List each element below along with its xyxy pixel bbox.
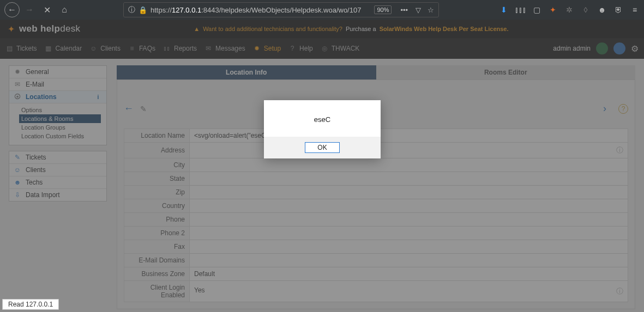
help-circle-icon[interactable]: ? — [618, 104, 628, 114]
stop-button[interactable]: ✕ — [39, 2, 55, 17]
tickets-icon: ▤ — [5, 45, 13, 52]
nav-thwack[interactable]: ◎THWACK — [321, 45, 360, 52]
tab-rooms-editor[interactable]: Rooms Editor — [376, 65, 636, 79]
info-icon[interactable]: ⓘ — [616, 145, 623, 155]
extension2-icon[interactable]: ✲ — [564, 5, 574, 15]
calendar-icon: ▦ — [45, 45, 52, 52]
mail-icon: ✉ — [14, 81, 21, 88]
form-row: Country — [124, 199, 628, 213]
lock-icon: 🔒 — [139, 6, 147, 14]
form-label: Client Login Enabled — [124, 281, 190, 302]
clients-icon: ☺ — [14, 166, 21, 174]
form-label: Phone — [124, 213, 190, 227]
sidebar-item-techs[interactable]: ☻Techs — [9, 176, 106, 189]
alert-ok-button[interactable]: OK — [305, 142, 339, 153]
zoom-level[interactable]: 90% — [374, 5, 392, 14]
sidebar-sub-location-custom-fields[interactable]: Location Custom Fields — [19, 132, 101, 140]
nav-help[interactable]: ?Help — [288, 45, 313, 52]
nav-messages[interactable]: ✉Messages — [204, 45, 245, 52]
form-label: State — [124, 172, 190, 186]
techs-icon: ☻ — [14, 179, 21, 186]
username-label: admin admin — [553, 45, 591, 52]
next-arrow-icon[interactable]: › — [603, 103, 606, 114]
sidebar-item-locations[interactable]: ⦿Locationsi — [9, 91, 106, 103]
messages-icon: ✉ — [204, 45, 212, 52]
gear-icon: ✹ — [14, 68, 21, 76]
import-icon: ⇩ — [14, 191, 21, 199]
form-row: City — [124, 158, 628, 172]
form-value — [190, 254, 628, 267]
faqs-icon: ≡ — [128, 45, 136, 52]
browser-toolbar: ← → ✕ ⌂ ⓘ 🔒 https://127.0.0.1:8443/helpd… — [0, 0, 644, 20]
library-icon[interactable]: ⫿⫿⫿ — [515, 5, 525, 15]
form-row: State — [124, 172, 628, 186]
gear-icon[interactable]: ⚙ — [631, 44, 639, 54]
warning-icon: ▲ — [194, 26, 200, 32]
back-arrow-icon[interactable]: ← — [124, 103, 134, 114]
form-row: Phone — [124, 213, 628, 227]
sidebar-item-email[interactable]: ✉E-Mail — [9, 78, 106, 91]
info-icon[interactable]: ⓘ — [616, 286, 623, 296]
form-value — [190, 158, 628, 172]
sidebar-item-clients[interactable]: ☺Clients — [9, 164, 106, 176]
license-link[interactable]: SolarWinds Web Help Desk Per Seat Licens… — [380, 26, 509, 32]
form-value: Default — [190, 267, 628, 281]
form-label: E-Mail Domains — [124, 254, 190, 267]
form-label: Business Zone — [124, 267, 190, 281]
extension3-icon[interactable]: ◊ — [581, 5, 591, 15]
avatar-green[interactable] — [596, 42, 608, 54]
sidebar-sub-options[interactable]: Options — [19, 106, 101, 114]
nav-faqs[interactable]: ≡FAQs — [128, 45, 155, 52]
form-label: Address — [124, 143, 190, 158]
bookmark-star-icon[interactable]: ☆ — [428, 6, 434, 14]
info-icon[interactable]: ⓘ — [128, 5, 135, 15]
home-button[interactable]: ⌂ — [57, 2, 72, 17]
help-icon: ? — [288, 45, 296, 52]
thwack-icon: ◎ — [321, 45, 328, 52]
url-bar[interactable]: ⓘ 🔒 https://127.0.0.1:8443/helpdesk/WebO… — [123, 2, 439, 17]
form-value: <svg/onload=alert("eseC");// — [190, 129, 628, 143]
nav-clients[interactable]: ☺Clients — [89, 45, 121, 52]
download-icon[interactable]: ⬇ — [499, 5, 509, 15]
form-value — [190, 227, 628, 240]
sidebar-icon[interactable]: ▢ — [532, 5, 541, 15]
form-row: Business ZoneDefault — [124, 267, 628, 281]
license-banner: ▲ Want to add additional technicians and… — [194, 26, 508, 32]
form-row: E-Mail Domains — [124, 254, 628, 267]
form-value — [190, 186, 628, 199]
form-row: Phone 2 — [124, 227, 628, 240]
back-button[interactable]: ← — [4, 2, 20, 17]
avatar-blue[interactable] — [613, 42, 625, 54]
extension-icon[interactable]: ✦ — [548, 5, 558, 15]
profile-icon[interactable]: ☻ — [597, 5, 607, 15]
more-icon[interactable]: ••• — [400, 6, 408, 14]
reports-icon: ⫾⫾ — [163, 45, 171, 52]
setup-icon: ✹ — [253, 45, 261, 52]
nav-setup[interactable]: ✹Setup — [253, 45, 281, 52]
form-label: Phone 2 — [124, 227, 190, 240]
tab-location-info[interactable]: Location Info — [117, 65, 376, 79]
sidebar-sub-location-groups[interactable]: Location Groups — [19, 123, 101, 132]
sidebar-item-tickets[interactable]: ✎Tickets — [9, 151, 106, 164]
nav-tickets[interactable]: ▤Tickets — [5, 45, 37, 52]
form-row: Fax — [124, 240, 628, 254]
reader-icon[interactable]: ▽ — [416, 6, 421, 14]
form-value: Yesⓘ — [190, 281, 628, 302]
top-nav: ▤Tickets ▦Calendar ☺Clients ≡FAQs ⫾⫾Repo… — [0, 38, 644, 59]
shield-icon[interactable]: ⛨ — [613, 5, 623, 15]
form-label: City — [124, 158, 190, 172]
url-text: https://127.0.0.1:8443/helpdesk/WebObjec… — [151, 6, 361, 14]
sidebar-item-general[interactable]: ✹General — [9, 66, 106, 78]
info-icon[interactable]: i — [94, 93, 102, 101]
nav-calendar[interactable]: ▦Calendar — [45, 45, 82, 52]
sidebar-item-data-import[interactable]: ⇩Data Import — [9, 189, 106, 201]
setup-sidebar: ✹General ✉E-Mail ⦿Locationsi Options Loc… — [9, 65, 107, 309]
sidebar-sub-locations-rooms[interactable]: Locations & Rooms — [19, 114, 101, 123]
menu-icon[interactable]: ≡ — [630, 5, 640, 15]
brand-name: web helpdesk — [19, 23, 80, 34]
edit-icon[interactable]: ✎ — [140, 105, 147, 113]
ticket-icon: ✎ — [14, 154, 21, 161]
form-value — [190, 240, 628, 254]
forward-button[interactable]: → — [22, 2, 37, 17]
nav-reports[interactable]: ⫾⫾Reports — [163, 45, 197, 52]
